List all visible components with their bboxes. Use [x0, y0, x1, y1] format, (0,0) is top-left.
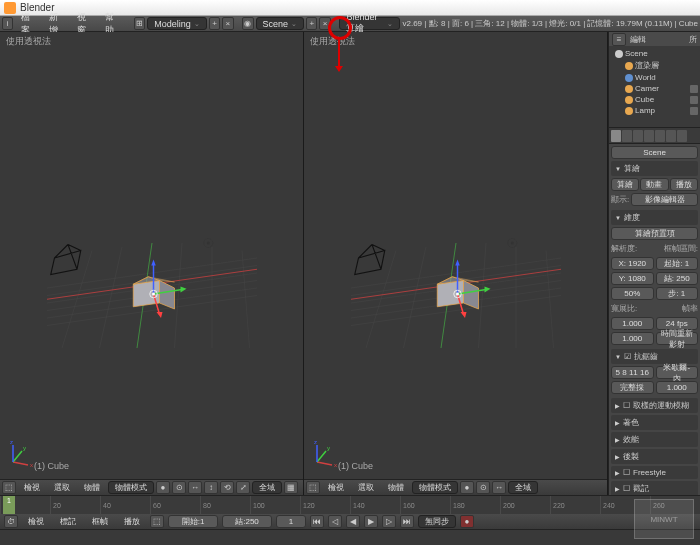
aspect-x[interactable]: 1.000 — [611, 317, 654, 330]
mode-dropdown[interactable]: 物體模式 — [108, 481, 154, 494]
timeline-editor-icon[interactable]: ⏱ — [4, 515, 18, 528]
vp-shading-icon-r[interactable]: ● — [460, 481, 474, 494]
keyframe-next-icon[interactable]: ▷ — [382, 515, 396, 528]
orientation-dropdown-r[interactable]: 全域 — [508, 481, 538, 494]
vp-pivot-icon-r[interactable]: ⊙ — [476, 481, 490, 494]
timeline-playhead[interactable]: 1 — [3, 496, 15, 514]
tree-camera[interactable]: Camer — [611, 83, 698, 94]
aa-full[interactable]: 完整採 — [611, 381, 654, 394]
aa-filter[interactable]: 米歇爾-內 — [656, 366, 699, 379]
panel-performance[interactable]: 效能 — [611, 432, 698, 447]
layout-remove-icon[interactable]: × — [222, 17, 233, 30]
editor-type-icon-r[interactable]: ⬚ — [306, 481, 320, 494]
tab-scene[interactable] — [633, 130, 643, 142]
aspect-y[interactable]: 1.000 — [611, 332, 654, 345]
frame-start[interactable]: 起始: 1 — [656, 257, 699, 270]
orientation-dropdown[interactable]: 全域 — [252, 481, 282, 494]
vp-shading-icon[interactable]: ● — [156, 481, 170, 494]
tab-modifiers[interactable] — [677, 130, 687, 142]
tree-scene[interactable]: Scene — [611, 48, 698, 59]
vp-manipulator-icon-r[interactable]: ↔ — [492, 481, 506, 494]
vp-menu-select-r[interactable]: 選取 — [352, 481, 380, 494]
editor-type-icon[interactable]: ⬚ — [2, 481, 16, 494]
vp-manip-s-icon[interactable]: ⤢ — [236, 481, 250, 494]
jump-start-icon[interactable]: ⏮ — [310, 515, 324, 528]
autokey-icon[interactable]: ● — [460, 515, 474, 528]
tab-render[interactable] — [611, 130, 621, 142]
display-dropdown[interactable]: 影像編輯器 — [631, 193, 698, 206]
frame-end-field[interactable]: 結:250 — [222, 515, 272, 528]
frame-end[interactable]: 結: 250 — [656, 272, 699, 285]
tl-menu-view[interactable]: 檢視 — [22, 515, 50, 528]
panel-render[interactable]: 算繪 — [611, 161, 698, 176]
visibility-icon[interactable] — [690, 107, 698, 115]
layout-add-icon[interactable]: + — [209, 17, 220, 30]
play-reverse-icon[interactable]: ◀ — [346, 515, 360, 528]
tree-world[interactable]: World — [611, 72, 698, 83]
aa-size[interactable]: 1.000 — [656, 381, 699, 394]
tab-object[interactable] — [655, 130, 665, 142]
visibility-icon[interactable] — [690, 85, 698, 93]
outliner-tab-edit[interactable]: 編輯 — [630, 34, 646, 45]
tab-world[interactable] — [644, 130, 654, 142]
vp-manip-t-icon[interactable]: ↕ — [204, 481, 218, 494]
tl-menu-frame[interactable]: 框幀 — [86, 515, 114, 528]
vp-manip-r-icon[interactable]: ⟲ — [220, 481, 234, 494]
tree-lamp[interactable]: Lamp — [611, 105, 698, 116]
scene-dropdown[interactable]: Scene⌄ — [256, 17, 305, 30]
layout-dropdown[interactable]: Modeling⌄ — [147, 17, 207, 30]
timeline-track[interactable]: 0 20 40 60 80 100 120 140 160 180 200 22… — [0, 496, 700, 514]
panel-freestyle[interactable]: ☐Freestyle — [611, 466, 698, 479]
tab-constraints[interactable] — [666, 130, 676, 142]
time-remap[interactable]: 時間重新影射 — [656, 332, 699, 345]
panel-stamp[interactable]: ☐戳記 — [611, 481, 698, 495]
vp-menu-object-r[interactable]: 物體 — [382, 481, 410, 494]
tree-cube[interactable]: Cube — [611, 94, 698, 105]
render-button[interactable]: 算繪 — [611, 178, 639, 191]
tab-render-layers[interactable] — [622, 130, 632, 142]
tl-range-icon[interactable]: ⬚ — [150, 515, 164, 528]
animation-button[interactable]: 動畫 — [640, 178, 668, 191]
mode-dropdown-r[interactable]: 物體模式 — [412, 481, 458, 494]
res-x[interactable]: X: 1920 — [611, 257, 654, 270]
res-pct[interactable]: 50% — [611, 287, 654, 300]
vp-pivot-icon[interactable]: ⊙ — [172, 481, 186, 494]
frame-step[interactable]: 步: 1 — [656, 287, 699, 300]
res-y[interactable]: Y: 1080 — [611, 272, 654, 285]
tl-menu-play[interactable]: 播放 — [118, 515, 146, 528]
frame-start-field[interactable]: 開始:1 — [168, 515, 218, 528]
play-forward-icon[interactable]: ▶ — [364, 515, 378, 528]
outliner-editor-icon[interactable]: ≡ — [612, 33, 626, 46]
screen-layout-icon[interactable]: ⊞ — [134, 17, 145, 30]
vp-menu-select[interactable]: 選取 — [48, 481, 76, 494]
tree-renderlayers[interactable]: 渲染層 — [611, 59, 698, 72]
viewport-left[interactable]: 使用透視法 — [0, 32, 304, 495]
vp-manipulator-icon[interactable]: ↔ — [188, 481, 202, 494]
vp-layers-icon[interactable]: ▦ — [284, 481, 298, 494]
play-button[interactable]: 播放 — [670, 178, 698, 191]
scene-remove-icon[interactable]: × — [319, 17, 330, 30]
sync-dropdown[interactable]: 無同步 — [418, 515, 456, 528]
outliner-tab-all[interactable]: 所 — [689, 34, 697, 45]
tl-menu-marker[interactable]: 標記 — [54, 515, 82, 528]
jump-end-icon[interactable]: ⏭ — [400, 515, 414, 528]
keyframe-prev-icon[interactable]: ◁ — [328, 515, 342, 528]
vp-menu-object[interactable]: 物體 — [78, 481, 106, 494]
scene-add-icon[interactable]: + — [306, 17, 317, 30]
viewport-right[interactable]: 使用透視法 — [304, 32, 608, 495]
scene-icon[interactable]: ◉ — [242, 17, 253, 30]
svg-point-45 — [456, 292, 459, 295]
panel-shading[interactable]: 著色 — [611, 415, 698, 430]
visibility-icon[interactable] — [690, 96, 698, 104]
panel-motion-blur[interactable]: ☐取樣的運動模糊 — [611, 398, 698, 413]
frame-current-field[interactable]: 1 — [276, 515, 306, 528]
render-preset[interactable]: 算繪預置項 — [611, 227, 698, 240]
scene-name-field[interactable]: Scene — [611, 146, 698, 159]
panel-dimensions[interactable]: 維度 — [611, 210, 698, 225]
aa-samples[interactable]: 5 8 11 16 — [611, 366, 654, 379]
vp-menu-view-r[interactable]: 檢視 — [322, 481, 350, 494]
render-engine-dropdown[interactable]: Blender 算繪⌄ — [339, 17, 400, 30]
info-editor-icon[interactable]: i — [2, 17, 13, 30]
panel-postproc[interactable]: 後製 — [611, 449, 698, 464]
vp-menu-view[interactable]: 檢視 — [18, 481, 46, 494]
